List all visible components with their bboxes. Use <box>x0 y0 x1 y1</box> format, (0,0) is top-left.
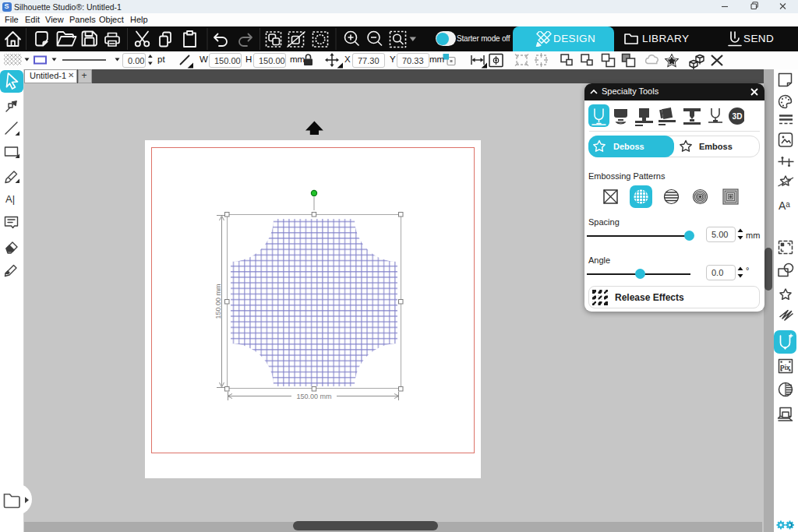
svg-text:3D: 3D <box>733 112 743 121</box>
svg-text:A|: A| <box>5 193 15 205</box>
svg-text:150.00 mm: 150.00 mm <box>214 284 222 319</box>
svg-text:150.00 mm: 150.00 mm <box>296 393 331 400</box>
svg-text:Aa: Aa <box>779 199 790 212</box>
svg-text:Pix: Pix <box>780 364 790 372</box>
